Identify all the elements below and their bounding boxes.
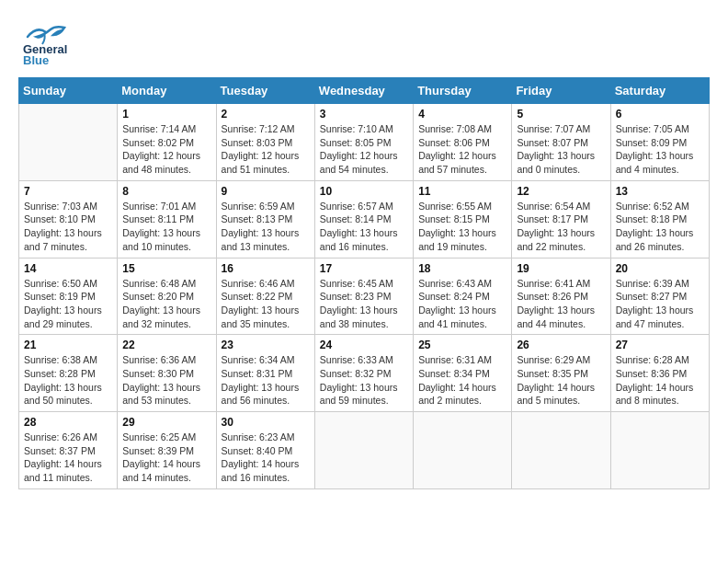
day-info: Sunrise: 6:36 AMSunset: 8:30 PMDaylight:… [122, 353, 210, 408]
day-info: Sunrise: 6:55 AMSunset: 8:15 PMDaylight:… [418, 200, 506, 254]
calendar-cell: 7Sunrise: 7:03 AMSunset: 8:10 PMDaylight… [19, 180, 118, 258]
logo-svg: General Blue [18, 18, 74, 64]
day-number: 3 [320, 108, 408, 121]
calendar-header-wednesday: Wednesday [314, 78, 413, 104]
day-info: Sunrise: 6:45 AMSunset: 8:23 PMDaylight:… [320, 277, 408, 331]
calendar-header-thursday: Thursday [414, 78, 512, 104]
calendar-cell: 20Sunrise: 6:39 AMSunset: 8:27 PMDayligh… [610, 258, 709, 335]
day-info: Sunrise: 7:03 AMSunset: 8:10 PMDaylight:… [24, 200, 112, 254]
day-info: Sunrise: 7:01 AMSunset: 8:11 PMDaylight:… [122, 200, 210, 254]
day-number: 6 [616, 108, 704, 121]
calendar-header-saturday: Saturday [610, 78, 709, 104]
day-number: 13 [616, 185, 704, 198]
day-number: 8 [122, 185, 210, 198]
calendar-cell: 3Sunrise: 7:10 AMSunset: 8:05 PMDaylight… [314, 104, 413, 181]
calendar-cell [414, 412, 512, 489]
day-info: Sunrise: 7:14 AMSunset: 8:02 PMDaylight:… [122, 122, 210, 177]
day-number: 7 [24, 185, 112, 198]
calendar-header-tuesday: Tuesday [216, 78, 314, 104]
day-info: Sunrise: 7:12 AMSunset: 8:03 PMDaylight:… [222, 122, 310, 177]
calendar-header-monday: Monday [118, 78, 216, 104]
day-info: Sunrise: 6:28 AMSunset: 8:36 PMDaylight:… [616, 353, 704, 408]
calendar-cell: 18Sunrise: 6:43 AMSunset: 8:24 PMDayligh… [414, 258, 512, 335]
day-info: Sunrise: 6:50 AMSunset: 8:19 PMDaylight:… [24, 277, 112, 331]
day-number: 26 [517, 339, 605, 351]
day-number: 4 [418, 108, 506, 121]
calendar-week-3: 14Sunrise: 6:50 AMSunset: 8:19 PMDayligh… [19, 258, 710, 335]
day-number: 12 [517, 185, 605, 198]
day-info: Sunrise: 6:25 AMSunset: 8:39 PMDaylight:… [122, 431, 210, 485]
day-number: 19 [517, 262, 605, 275]
calendar-cell: 24Sunrise: 6:33 AMSunset: 8:32 PMDayligh… [314, 335, 413, 412]
day-info: Sunrise: 6:33 AMSunset: 8:32 PMDaylight:… [320, 353, 408, 408]
day-info: Sunrise: 6:52 AMSunset: 8:18 PMDaylight:… [616, 200, 704, 254]
calendar-cell [314, 412, 413, 489]
calendar-cell: 15Sunrise: 6:48 AMSunset: 8:20 PMDayligh… [118, 258, 216, 335]
day-info: Sunrise: 6:46 AMSunset: 8:22 PMDaylight:… [222, 277, 310, 331]
day-info: Sunrise: 6:41 AMSunset: 8:26 PMDaylight:… [517, 277, 605, 331]
calendar-cell: 22Sunrise: 6:36 AMSunset: 8:30 PMDayligh… [118, 335, 216, 412]
day-info: Sunrise: 7:05 AMSunset: 8:09 PMDaylight:… [616, 122, 704, 177]
calendar-cell: 8Sunrise: 7:01 AMSunset: 8:11 PMDaylight… [118, 180, 216, 258]
day-info: Sunrise: 6:43 AMSunset: 8:24 PMDaylight:… [418, 277, 506, 331]
logo: General Blue [18, 18, 74, 68]
day-info: Sunrise: 6:29 AMSunset: 8:35 PMDaylight:… [517, 353, 605, 408]
calendar-cell: 2Sunrise: 7:12 AMSunset: 8:03 PMDaylight… [216, 104, 314, 181]
day-info: Sunrise: 6:57 AMSunset: 8:14 PMDaylight:… [320, 200, 408, 254]
calendar-week-5: 28Sunrise: 6:26 AMSunset: 8:37 PMDayligh… [19, 412, 710, 489]
day-number: 30 [222, 416, 310, 429]
day-number: 22 [122, 339, 210, 351]
day-info: Sunrise: 7:07 AMSunset: 8:07 PMDaylight:… [517, 122, 605, 177]
day-info: Sunrise: 7:08 AMSunset: 8:06 PMDaylight:… [418, 122, 506, 177]
day-info: Sunrise: 6:34 AMSunset: 8:31 PMDaylight:… [222, 353, 310, 408]
calendar-cell: 13Sunrise: 6:52 AMSunset: 8:18 PMDayligh… [610, 180, 709, 258]
day-number: 1 [122, 108, 210, 121]
calendar-cell: 12Sunrise: 6:54 AMSunset: 8:17 PMDayligh… [512, 180, 610, 258]
calendar-cell: 29Sunrise: 6:25 AMSunset: 8:39 PMDayligh… [118, 412, 216, 489]
calendar-header-row: SundayMondayTuesdayWednesdayThursdayFrid… [19, 78, 710, 104]
calendar-cell: 17Sunrise: 6:45 AMSunset: 8:23 PMDayligh… [314, 258, 413, 335]
calendar-cell: 26Sunrise: 6:29 AMSunset: 8:35 PMDayligh… [512, 335, 610, 412]
calendar-cell [512, 412, 610, 489]
calendar-cell: 16Sunrise: 6:46 AMSunset: 8:22 PMDayligh… [216, 258, 314, 335]
day-info: Sunrise: 6:48 AMSunset: 8:20 PMDaylight:… [122, 277, 210, 331]
calendar-cell: 5Sunrise: 7:07 AMSunset: 8:07 PMDaylight… [512, 104, 610, 181]
calendar-week-2: 7Sunrise: 7:03 AMSunset: 8:10 PMDaylight… [19, 180, 710, 258]
calendar-cell [610, 412, 709, 489]
calendar-cell: 9Sunrise: 6:59 AMSunset: 8:13 PMDaylight… [216, 180, 314, 258]
day-number: 16 [222, 262, 310, 275]
calendar-cell [19, 104, 118, 181]
calendar-cell: 14Sunrise: 6:50 AMSunset: 8:19 PMDayligh… [19, 258, 118, 335]
calendar-week-4: 21Sunrise: 6:38 AMSunset: 8:28 PMDayligh… [19, 335, 710, 412]
calendar-week-1: 1Sunrise: 7:14 AMSunset: 8:02 PMDaylight… [19, 104, 710, 181]
page-header: General Blue [18, 18, 710, 68]
calendar-cell: 19Sunrise: 6:41 AMSunset: 8:26 PMDayligh… [512, 258, 610, 335]
day-info: Sunrise: 6:54 AMSunset: 8:17 PMDaylight:… [517, 200, 605, 254]
day-info: Sunrise: 7:10 AMSunset: 8:05 PMDaylight:… [320, 122, 408, 177]
day-number: 23 [222, 339, 310, 351]
day-number: 28 [24, 416, 112, 429]
calendar-cell: 4Sunrise: 7:08 AMSunset: 8:06 PMDaylight… [414, 104, 512, 181]
day-number: 27 [616, 339, 704, 351]
day-number: 21 [24, 339, 112, 351]
day-info: Sunrise: 6:31 AMSunset: 8:34 PMDaylight:… [418, 353, 506, 408]
calendar-header-friday: Friday [512, 78, 610, 104]
calendar-cell: 30Sunrise: 6:23 AMSunset: 8:40 PMDayligh… [216, 412, 314, 489]
day-number: 17 [320, 262, 408, 275]
calendar-cell: 23Sunrise: 6:34 AMSunset: 8:31 PMDayligh… [216, 335, 314, 412]
day-number: 18 [418, 262, 506, 275]
day-number: 10 [320, 185, 408, 198]
day-info: Sunrise: 6:38 AMSunset: 8:28 PMDaylight:… [24, 353, 112, 408]
calendar-header-sunday: Sunday [19, 78, 118, 104]
day-number: 11 [418, 185, 506, 198]
day-number: 29 [122, 416, 210, 429]
day-number: 25 [418, 339, 506, 351]
day-info: Sunrise: 6:39 AMSunset: 8:27 PMDaylight:… [616, 277, 704, 331]
day-info: Sunrise: 6:23 AMSunset: 8:40 PMDaylight:… [222, 431, 310, 485]
day-number: 9 [222, 185, 310, 198]
day-info: Sunrise: 6:59 AMSunset: 8:13 PMDaylight:… [222, 200, 310, 254]
calendar-cell: 27Sunrise: 6:28 AMSunset: 8:36 PMDayligh… [610, 335, 709, 412]
day-info: Sunrise: 6:26 AMSunset: 8:37 PMDaylight:… [24, 431, 112, 485]
calendar-cell: 6Sunrise: 7:05 AMSunset: 8:09 PMDaylight… [610, 104, 709, 181]
calendar-cell: 21Sunrise: 6:38 AMSunset: 8:28 PMDayligh… [19, 335, 118, 412]
